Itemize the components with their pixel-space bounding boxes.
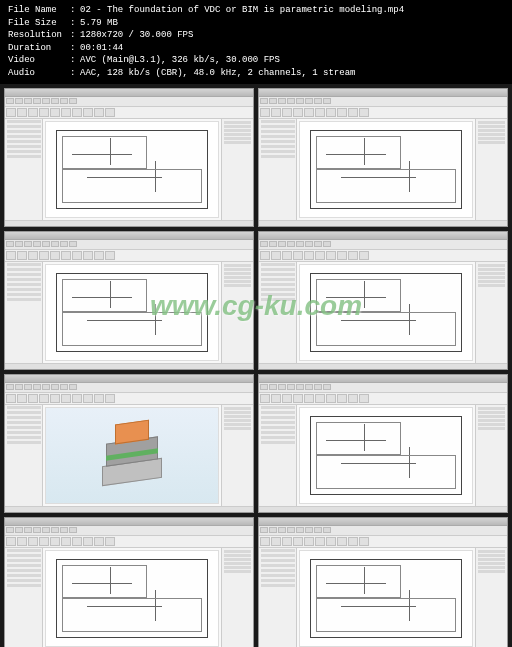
drawing-canvas xyxy=(299,264,473,361)
3d-viewport xyxy=(45,407,219,504)
app-palette xyxy=(221,548,253,647)
app-titlebar xyxy=(259,232,507,240)
app-palette xyxy=(221,119,253,220)
video-label: Video xyxy=(8,54,70,67)
filename-label: File Name xyxy=(8,4,70,17)
drawing-canvas xyxy=(45,264,219,361)
app-palette xyxy=(475,405,507,506)
audio-value: AAC, 128 kb/s (CBR), 48.0 kHz, 2 channel… xyxy=(80,67,355,80)
separator: : xyxy=(70,4,80,17)
thumbnail-grid xyxy=(0,84,512,647)
app-ribbon xyxy=(259,250,507,262)
app-palette xyxy=(221,405,253,506)
building-3d-model xyxy=(89,422,175,489)
drawing-canvas xyxy=(45,550,219,647)
app-statusbar xyxy=(5,506,253,512)
app-toolbar xyxy=(5,240,253,250)
duration-value: 00:01:44 xyxy=(80,42,123,55)
floorplan-drawing xyxy=(56,559,208,638)
app-sidebar xyxy=(259,262,297,363)
duration-label: Duration xyxy=(8,42,70,55)
app-sidebar xyxy=(259,119,297,220)
media-info-header: File Name : 02 - The foundation of VDC o… xyxy=(0,0,512,84)
app-ribbon xyxy=(259,536,507,548)
video-thumbnail xyxy=(258,231,508,370)
app-titlebar xyxy=(5,89,253,97)
app-statusbar xyxy=(5,220,253,226)
app-statusbar xyxy=(259,220,507,226)
floorplan-drawing xyxy=(310,559,462,638)
app-toolbar xyxy=(5,526,253,536)
app-ribbon xyxy=(5,536,253,548)
floorplan-drawing xyxy=(56,273,208,352)
app-toolbar xyxy=(5,97,253,107)
app-palette xyxy=(221,262,253,363)
app-sidebar xyxy=(5,548,43,647)
video-thumbnail xyxy=(4,231,254,370)
video-thumbnail xyxy=(258,88,508,227)
audio-label: Audio xyxy=(8,67,70,80)
app-titlebar xyxy=(259,375,507,383)
app-sidebar xyxy=(5,405,43,506)
video-thumbnail xyxy=(258,517,508,647)
video-value: AVC (Main@L3.1), 326 kb/s, 30.000 FPS xyxy=(80,54,280,67)
app-titlebar xyxy=(5,375,253,383)
drawing-canvas xyxy=(299,121,473,218)
separator: : xyxy=(70,54,80,67)
app-ribbon xyxy=(259,393,507,405)
video-thumbnail xyxy=(4,517,254,647)
app-titlebar xyxy=(259,518,507,526)
drawing-canvas xyxy=(299,550,473,647)
app-toolbar xyxy=(259,97,507,107)
app-ribbon xyxy=(5,250,253,262)
separator: : xyxy=(70,29,80,42)
app-statusbar xyxy=(5,363,253,369)
app-sidebar xyxy=(259,548,297,647)
app-toolbar xyxy=(259,383,507,393)
floorplan-drawing xyxy=(310,273,462,352)
app-palette xyxy=(475,262,507,363)
app-toolbar xyxy=(5,383,253,393)
app-toolbar xyxy=(259,240,507,250)
app-ribbon xyxy=(5,393,253,405)
app-statusbar xyxy=(259,506,507,512)
resolution-value: 1280x720 / 30.000 FPS xyxy=(80,29,193,42)
app-ribbon xyxy=(259,107,507,119)
app-sidebar xyxy=(5,119,43,220)
separator: : xyxy=(70,17,80,30)
separator: : xyxy=(70,42,80,55)
floorplan-drawing xyxy=(56,130,208,209)
app-sidebar xyxy=(259,405,297,506)
video-thumbnail xyxy=(4,374,254,513)
video-thumbnail xyxy=(258,374,508,513)
resolution-label: Resolution xyxy=(8,29,70,42)
separator: : xyxy=(70,67,80,80)
drawing-canvas xyxy=(45,121,219,218)
app-palette xyxy=(475,119,507,220)
app-palette xyxy=(475,548,507,647)
app-titlebar xyxy=(5,518,253,526)
app-titlebar xyxy=(259,89,507,97)
filesize-value: 5.79 MB xyxy=(80,17,118,30)
filename-value: 02 - The foundation of VDC or BIM is par… xyxy=(80,4,404,17)
app-ribbon xyxy=(5,107,253,119)
filesize-label: File Size xyxy=(8,17,70,30)
app-sidebar xyxy=(5,262,43,363)
video-thumbnail xyxy=(4,88,254,227)
floorplan-drawing xyxy=(310,416,462,495)
app-toolbar xyxy=(259,526,507,536)
app-titlebar xyxy=(5,232,253,240)
app-statusbar xyxy=(259,363,507,369)
drawing-canvas xyxy=(299,407,473,504)
floorplan-drawing xyxy=(310,130,462,209)
